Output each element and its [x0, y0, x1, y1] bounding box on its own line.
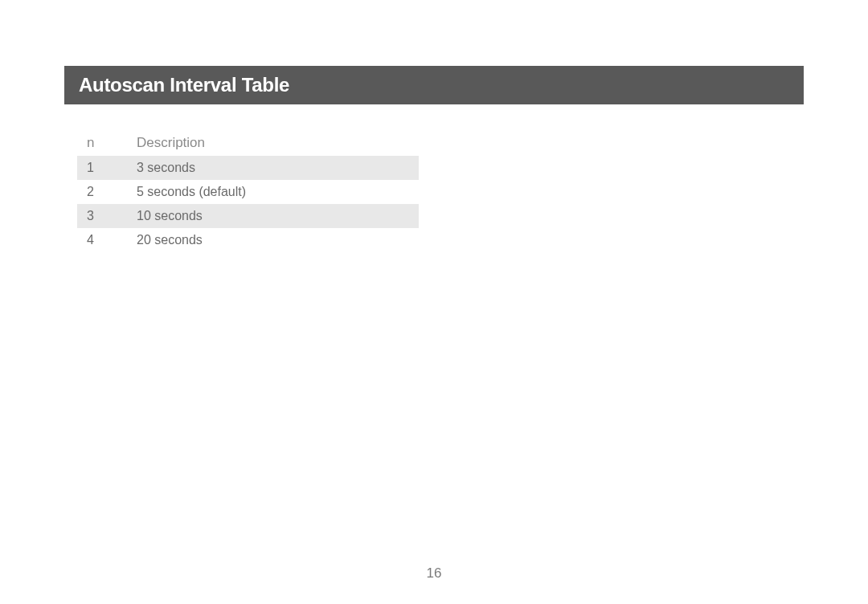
- cell-description: 10 seconds: [127, 204, 419, 228]
- cell-description: 20 seconds: [127, 228, 419, 252]
- cell-n: 3: [77, 204, 127, 228]
- title-bar: Autoscan Interval Table: [64, 66, 804, 104]
- col-header-description: Description: [127, 130, 419, 156]
- cell-n: 2: [77, 180, 127, 204]
- autoscan-interval-table: n Description 1 3 seconds 2 5 seconds (d…: [77, 130, 419, 252]
- col-header-n: n: [77, 130, 127, 156]
- page-number: 16: [0, 565, 868, 582]
- table-row: 2 5 seconds (default): [77, 180, 419, 204]
- cell-n: 1: [77, 156, 127, 180]
- cell-description: 3 seconds: [127, 156, 419, 180]
- page-title: Autoscan Interval Table: [79, 74, 289, 96]
- cell-n: 4: [77, 228, 127, 252]
- table-row: 3 10 seconds: [77, 204, 419, 228]
- table-header-row: n Description: [77, 130, 419, 156]
- table-row: 1 3 seconds: [77, 156, 419, 180]
- cell-description: 5 seconds (default): [127, 180, 419, 204]
- table-row: 4 20 seconds: [77, 228, 419, 252]
